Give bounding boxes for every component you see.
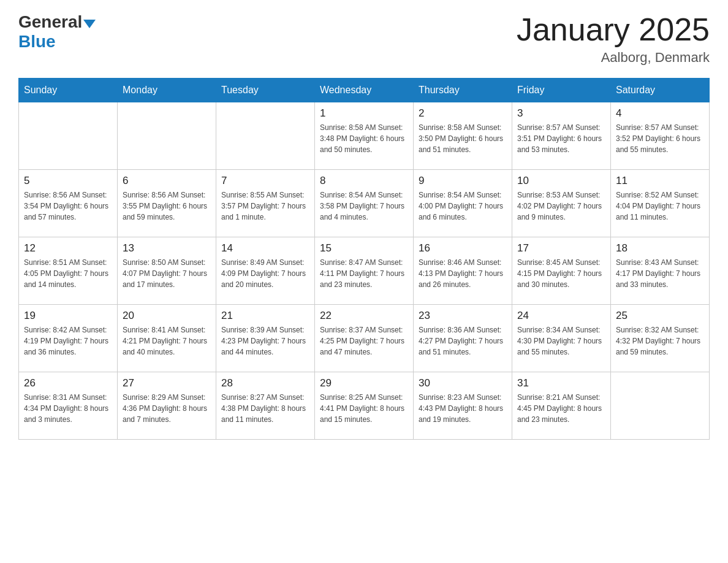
day-info: Sunrise: 8:46 AM Sunset: 4:13 PM Dayligh…: [419, 257, 507, 290]
day-cell: 27Sunrise: 8:29 AM Sunset: 4:36 PM Dayli…: [118, 372, 216, 440]
day-info: Sunrise: 8:36 AM Sunset: 4:27 PM Dayligh…: [419, 324, 507, 358]
day-cell: 14Sunrise: 8:49 AM Sunset: 4:09 PM Dayli…: [216, 237, 315, 305]
day-info: Sunrise: 8:57 AM Sunset: 3:51 PM Dayligh…: [517, 122, 605, 155]
day-number: 30: [419, 377, 507, 389]
day-number: 4: [616, 107, 704, 120]
calendar-subtitle: Aalborg, Denmark: [517, 50, 710, 66]
logo-icon: [83, 20, 96, 28]
day-info: Sunrise: 8:37 AM Sunset: 4:25 PM Dayligh…: [320, 324, 408, 358]
header-day-wednesday: Wednesday: [315, 79, 414, 102]
day-number: 14: [221, 242, 309, 255]
day-number: 15: [320, 242, 408, 255]
week-row-2: 5Sunrise: 8:56 AM Sunset: 3:54 PM Daylig…: [19, 170, 710, 237]
day-info: Sunrise: 8:27 AM Sunset: 4:38 PM Dayligh…: [221, 392, 309, 425]
day-info: Sunrise: 8:56 AM Sunset: 3:55 PM Dayligh…: [123, 190, 211, 223]
day-cell: 10Sunrise: 8:53 AM Sunset: 4:02 PM Dayli…: [512, 170, 611, 237]
day-number: 6: [123, 175, 211, 187]
day-cell: 30Sunrise: 8:23 AM Sunset: 4:43 PM Dayli…: [414, 372, 512, 440]
day-info: Sunrise: 8:57 AM Sunset: 3:52 PM Dayligh…: [616, 122, 704, 155]
day-number: 12: [24, 242, 112, 255]
day-cell: 28Sunrise: 8:27 AM Sunset: 4:38 PM Dayli…: [216, 372, 315, 440]
day-cell: 7Sunrise: 8:55 AM Sunset: 3:57 PM Daylig…: [216, 170, 315, 237]
day-number: 10: [517, 175, 605, 187]
day-number: 19: [24, 310, 112, 322]
day-cell: 25Sunrise: 8:32 AM Sunset: 4:32 PM Dayli…: [611, 305, 710, 372]
day-info: Sunrise: 8:55 AM Sunset: 3:57 PM Dayligh…: [221, 190, 309, 223]
day-number: 16: [419, 242, 507, 255]
day-info: Sunrise: 8:58 AM Sunset: 3:48 PM Dayligh…: [320, 122, 408, 155]
header-row: SundayMondayTuesdayWednesdayThursdayFrid…: [19, 79, 710, 102]
day-cell: 21Sunrise: 8:39 AM Sunset: 4:23 PM Dayli…: [216, 305, 315, 372]
day-number: 5: [24, 175, 112, 187]
day-cell: 8Sunrise: 8:54 AM Sunset: 3:58 PM Daylig…: [315, 170, 414, 237]
day-info: Sunrise: 8:45 AM Sunset: 4:15 PM Dayligh…: [517, 257, 605, 290]
day-number: 22: [320, 310, 408, 322]
day-number: 8: [320, 175, 408, 187]
day-info: Sunrise: 8:50 AM Sunset: 4:07 PM Dayligh…: [123, 257, 211, 290]
day-info: Sunrise: 8:54 AM Sunset: 4:00 PM Dayligh…: [419, 190, 507, 223]
day-number: 28: [221, 377, 309, 389]
day-number: 24: [517, 310, 605, 322]
day-number: 23: [419, 310, 507, 322]
week-row-4: 19Sunrise: 8:42 AM Sunset: 4:19 PM Dayli…: [19, 305, 710, 372]
day-cell: 12Sunrise: 8:51 AM Sunset: 4:05 PM Dayli…: [19, 237, 118, 305]
day-cell: 29Sunrise: 8:25 AM Sunset: 4:41 PM Dayli…: [315, 372, 414, 440]
header-day-monday: Monday: [118, 79, 216, 102]
page-header: General Blue January 2025 Aalborg, Denma…: [18, 12, 710, 66]
day-info: Sunrise: 8:29 AM Sunset: 4:36 PM Dayligh…: [123, 392, 211, 425]
day-cell: 26Sunrise: 8:31 AM Sunset: 4:34 PM Dayli…: [19, 372, 118, 440]
day-number: 1: [320, 107, 408, 120]
logo-general: General: [18, 12, 82, 31]
day-cell: 2Sunrise: 8:58 AM Sunset: 3:50 PM Daylig…: [414, 102, 512, 170]
logo: General Blue: [18, 12, 96, 52]
day-info: Sunrise: 8:54 AM Sunset: 3:58 PM Dayligh…: [320, 190, 408, 223]
day-cell: 31Sunrise: 8:21 AM Sunset: 4:45 PM Dayli…: [512, 372, 611, 440]
calendar-table: SundayMondayTuesdayWednesdayThursdayFrid…: [18, 78, 710, 440]
day-info: Sunrise: 8:49 AM Sunset: 4:09 PM Dayligh…: [221, 257, 309, 290]
day-number: 13: [123, 242, 211, 255]
day-cell: [19, 102, 118, 170]
day-number: 25: [616, 310, 704, 322]
day-number: 20: [123, 310, 211, 322]
day-cell: 6Sunrise: 8:56 AM Sunset: 3:55 PM Daylig…: [118, 170, 216, 237]
logo-text: General Blue: [18, 12, 96, 52]
day-info: Sunrise: 8:56 AM Sunset: 3:54 PM Dayligh…: [24, 190, 112, 223]
day-cell: 5Sunrise: 8:56 AM Sunset: 3:54 PM Daylig…: [19, 170, 118, 237]
day-cell: [611, 372, 710, 440]
header-day-tuesday: Tuesday: [216, 79, 315, 102]
day-info: Sunrise: 8:39 AM Sunset: 4:23 PM Dayligh…: [221, 324, 309, 358]
day-info: Sunrise: 8:25 AM Sunset: 4:41 PM Dayligh…: [320, 392, 408, 425]
day-cell: 24Sunrise: 8:34 AM Sunset: 4:30 PM Dayli…: [512, 305, 611, 372]
day-info: Sunrise: 8:31 AM Sunset: 4:34 PM Dayligh…: [24, 392, 112, 425]
day-cell: 18Sunrise: 8:43 AM Sunset: 4:17 PM Dayli…: [611, 237, 710, 305]
day-number: 29: [320, 377, 408, 389]
week-row-1: 1Sunrise: 8:58 AM Sunset: 3:48 PM Daylig…: [19, 102, 710, 170]
day-number: 3: [517, 107, 605, 120]
day-cell: 1Sunrise: 8:58 AM Sunset: 3:48 PM Daylig…: [315, 102, 414, 170]
header-day-sunday: Sunday: [19, 79, 118, 102]
day-cell: 3Sunrise: 8:57 AM Sunset: 3:51 PM Daylig…: [512, 102, 611, 170]
day-cell: [216, 102, 315, 170]
day-cell: 17Sunrise: 8:45 AM Sunset: 4:15 PM Dayli…: [512, 237, 611, 305]
header-day-friday: Friday: [512, 79, 611, 102]
day-info: Sunrise: 8:21 AM Sunset: 4:45 PM Dayligh…: [517, 392, 605, 425]
day-number: 31: [517, 377, 605, 389]
day-info: Sunrise: 8:23 AM Sunset: 4:43 PM Dayligh…: [419, 392, 507, 425]
day-cell: 11Sunrise: 8:52 AM Sunset: 4:04 PM Dayli…: [611, 170, 710, 237]
day-number: 11: [616, 175, 704, 187]
day-info: Sunrise: 8:32 AM Sunset: 4:32 PM Dayligh…: [616, 324, 704, 358]
day-number: 26: [24, 377, 112, 389]
logo-blue: Blue: [18, 32, 56, 51]
header-day-saturday: Saturday: [611, 79, 710, 102]
day-cell: 23Sunrise: 8:36 AM Sunset: 4:27 PM Dayli…: [414, 305, 512, 372]
day-info: Sunrise: 8:58 AM Sunset: 3:50 PM Dayligh…: [419, 122, 507, 155]
day-number: 21: [221, 310, 309, 322]
day-cell: [118, 102, 216, 170]
week-row-3: 12Sunrise: 8:51 AM Sunset: 4:05 PM Dayli…: [19, 237, 710, 305]
day-number: 18: [616, 242, 704, 255]
week-row-5: 26Sunrise: 8:31 AM Sunset: 4:34 PM Dayli…: [19, 372, 710, 440]
header-day-thursday: Thursday: [414, 79, 512, 102]
day-info: Sunrise: 8:52 AM Sunset: 4:04 PM Dayligh…: [616, 190, 704, 223]
day-cell: 19Sunrise: 8:42 AM Sunset: 4:19 PM Dayli…: [19, 305, 118, 372]
day-number: 7: [221, 175, 309, 187]
